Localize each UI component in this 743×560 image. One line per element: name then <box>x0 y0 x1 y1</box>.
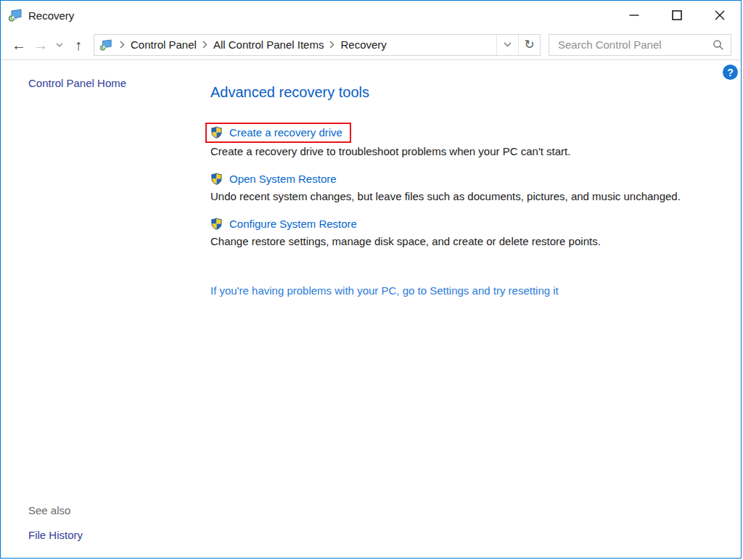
refresh-button[interactable]: ↻ <box>518 35 540 55</box>
search-icon[interactable] <box>713 39 724 51</box>
window-title: Recovery <box>28 9 74 22</box>
task-link-label: Open System Restore <box>229 173 337 185</box>
chevron-down-icon <box>56 43 63 47</box>
uac-shield-icon <box>210 126 223 139</box>
task-link-label: Create a recovery drive <box>229 126 342 139</box>
caption-buttons <box>612 1 741 30</box>
breadcrumb-item-recovery[interactable]: Recovery <box>340 38 386 51</box>
address-dropdown-button[interactable] <box>496 35 518 55</box>
chevron-right-icon <box>197 41 213 49</box>
address-bar[interactable]: Control Panel All Control Panel Items Re… <box>94 34 541 56</box>
up-button[interactable]: ↑ <box>67 34 89 56</box>
titlebar: Recovery <box>1 1 741 30</box>
recovery-window: Recovery ← → ↑ <box>0 0 742 559</box>
uac-shield-icon <box>210 173 223 185</box>
maximize-icon <box>672 10 682 20</box>
configure-system-restore-link[interactable]: Configure System Restore <box>210 218 357 230</box>
task-description: Undo recent system changes, but leave fi… <box>210 190 729 202</box>
minimize-icon <box>629 10 639 20</box>
chevron-right-icon <box>114 41 131 49</box>
create-recovery-drive-link[interactable]: Create a recovery drive <box>205 123 351 143</box>
close-icon <box>715 10 725 20</box>
maximize-button[interactable] <box>655 1 698 30</box>
minimize-button[interactable] <box>612 1 655 30</box>
breadcrumb: Control Panel All Control Panel Items Re… <box>94 38 496 52</box>
task-configure-system-restore: Configure System Restore Change restore … <box>210 218 729 247</box>
back-button[interactable]: ← <box>8 34 30 56</box>
breadcrumb-item-all-control-panel-items[interactable]: All Control Panel Items <box>213 38 324 51</box>
open-system-restore-link[interactable]: Open System Restore <box>210 173 337 185</box>
sidebar-item-file-history[interactable]: File History <box>28 529 83 541</box>
settings-reset-link[interactable]: If you're having problems with your PC, … <box>210 284 559 297</box>
search-input[interactable] <box>557 38 713 52</box>
navigation-bar: ← → ↑ Control Panel All <box>1 30 741 60</box>
breadcrumb-item-control-panel[interactable]: Control Panel <box>131 38 197 51</box>
help-button[interactable]: ? <box>723 65 738 80</box>
task-description: Change restore settings, manage disk spa… <box>210 235 729 247</box>
chevron-right-icon <box>324 41 340 49</box>
uac-shield-icon <box>210 218 223 230</box>
recovery-app-icon <box>8 8 22 22</box>
forward-button[interactable]: → <box>30 34 52 56</box>
main-panel: Advanced recovery tools Create a recover… <box>210 84 729 297</box>
content-area: ? Control Panel Home See also File Histo… <box>1 60 741 558</box>
see-also-label: See also <box>28 504 83 516</box>
close-button[interactable] <box>698 1 741 30</box>
sidebar-item-control-panel-home[interactable]: Control Panel Home <box>28 77 126 89</box>
chevron-down-icon <box>504 42 512 47</box>
page-title: Advanced recovery tools <box>210 84 729 101</box>
search-box <box>549 34 731 56</box>
task-description: Create a recovery drive to troubleshoot … <box>210 145 729 157</box>
recovery-location-icon <box>99 38 112 52</box>
task-open-system-restore: Open System Restore Undo recent system c… <box>210 173 729 202</box>
task-create-recovery-drive: Create a recovery drive Create a recover… <box>210 123 729 157</box>
task-link-label: Configure System Restore <box>229 218 357 230</box>
sidebar-see-also-section: See also File History <box>28 504 83 542</box>
recent-locations-button[interactable] <box>52 34 67 56</box>
